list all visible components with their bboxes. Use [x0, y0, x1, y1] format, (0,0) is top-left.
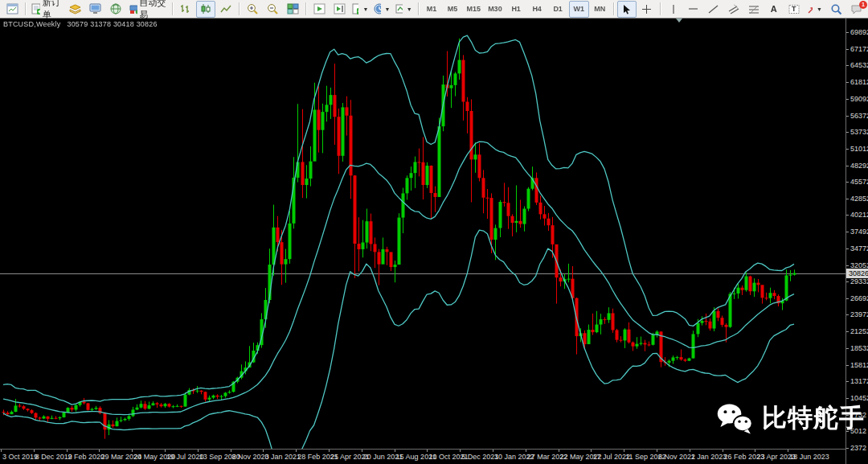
price-tick-label: 51012: [850, 146, 868, 153]
cursor-tool[interactable]: [617, 1, 637, 18]
date-label: 3 Jan 2021: [264, 453, 301, 461]
new-order-button[interactable]: 新订单: [29, 1, 65, 18]
time-tick: [132, 450, 133, 452]
chart-title: BTCUSD,Weekly30579 31378 30418 30826: [3, 20, 164, 28]
time-tick: [591, 450, 592, 452]
price-tick-label: 61812: [850, 79, 868, 86]
autotrading-button[interactable]: 自动交易: [126, 1, 169, 18]
time-tick: [460, 450, 461, 452]
price-tick-label: 37492: [850, 228, 868, 236]
channel-tool[interactable]: [724, 1, 743, 18]
tile-windows-button[interactable]: [283, 1, 302, 18]
history-layers-icon[interactable]: [66, 1, 85, 18]
timeframe-m30[interactable]: M30: [485, 1, 506, 18]
fibonacci-tool[interactable]: [744, 1, 764, 18]
price-tick-label: 18532: [850, 345, 868, 352]
candlestick-chart-type-button[interactable]: [196, 1, 215, 18]
time-axis[interactable]: 3 Oct 20198 Dec 20192 Feb 202029 Mar 202…: [0, 449, 845, 464]
timeframe-h1[interactable]: H1: [506, 1, 526, 18]
price-tick-label: 15812: [850, 362, 868, 369]
auto-scroll-button[interactable]: [309, 1, 329, 18]
trendline-tool[interactable]: [704, 1, 723, 18]
zoom-in-button[interactable]: [243, 1, 262, 18]
time-tick: [198, 450, 199, 452]
price-tick-label: 42852: [850, 195, 868, 203]
toolbar-separator: [172, 2, 173, 15]
time-tick: [34, 450, 35, 452]
price-tick-label: 29332: [850, 278, 868, 285]
template-dropdown[interactable]: ▼: [393, 1, 414, 18]
date-label: 5 Dec 2021: [461, 453, 498, 461]
timeframe-m5[interactable]: M5: [443, 1, 463, 18]
text-label-tool[interactable]: T: [784, 1, 804, 18]
time-tick: [296, 450, 297, 452]
toolbar-separator: [418, 2, 419, 15]
watermark: 比特舵手: [715, 401, 865, 435]
price-tick-label: 59092: [850, 96, 868, 103]
dropdown-arrow-icon: ▼: [407, 6, 412, 12]
new-order-label: 新订单: [43, 0, 63, 21]
timeframe-m1[interactable]: M1: [422, 1, 442, 18]
time-tick: [329, 450, 330, 452]
toolbar-separator: [613, 2, 614, 15]
price-tick-label: 2372: [850, 445, 866, 452]
time-tick: [755, 450, 755, 452]
price-tick-label: 23972: [850, 311, 868, 318]
time-tick: [427, 450, 428, 452]
chart-ohlc-values: 30579 31378 30418 30826: [67, 20, 157, 28]
date-label: 18 Jun 2023: [789, 453, 829, 461]
line-chart-type-button[interactable]: [216, 1, 235, 18]
mt4-window: 新订单 自动交易: [0, 0, 868, 464]
price-tick-label: 69892: [850, 29, 868, 36]
dropdown-arrow-icon: ▼: [362, 6, 368, 12]
timeframe-h4[interactable]: H4: [527, 1, 547, 18]
date-label: 2 Feb 2020: [68, 453, 105, 461]
date-label: 1 Jan 2023: [691, 453, 727, 461]
dropdown-arrow-icon: ▼: [817, 6, 822, 12]
price-tick-label: 21252: [850, 328, 868, 335]
time-tick: [1, 450, 2, 452]
search-icon[interactable]: [826, 1, 845, 18]
time-tick: [231, 450, 231, 452]
globe-icon[interactable]: [106, 1, 125, 18]
price-tick-label: 48292: [850, 162, 868, 170]
timeframe-m15[interactable]: M15: [464, 1, 485, 18]
vertical-line-tool[interactable]: [664, 1, 683, 18]
chart-shift-button[interactable]: [330, 1, 349, 18]
price-tick-label: 56372: [850, 113, 868, 120]
autotrading-label: 自动交易: [140, 0, 167, 21]
chart-window-icon[interactable]: [2, 1, 22, 18]
wechat-icon: [715, 402, 754, 434]
chart-symbol-period: BTCUSD,Weekly: [3, 20, 60, 28]
time-tick: [165, 450, 166, 452]
price-tick-label: 64532: [850, 62, 868, 69]
date-label: 17 Jul 2022: [592, 453, 630, 461]
bar-chart-type-button[interactable]: [176, 1, 195, 18]
date-label: 19 Jul 2020: [166, 453, 204, 461]
horizontal-line-tool[interactable]: [684, 1, 703, 18]
date-label: 8 Nov 2020: [232, 453, 269, 461]
toolbar-separator: [25, 2, 26, 15]
zoom-out-button[interactable]: [263, 1, 282, 18]
toolbar-separator: [305, 2, 306, 15]
new-chart-dropdown[interactable]: ▼: [350, 1, 371, 18]
time-tick: [362, 450, 362, 452]
period-dropdown[interactable]: ▼: [371, 1, 392, 18]
arrows-tool-dropdown[interactable]: ▼: [805, 1, 825, 18]
date-label: 8 Dec 2019: [35, 453, 72, 461]
terminal-monitor-icon[interactable]: [86, 1, 105, 18]
price-tick-label: 40212: [850, 211, 868, 219]
timeframe-group: M1M5M15M30H1H4D1W1MN: [422, 1, 610, 18]
date-label: 3 Oct 2019: [2, 453, 38, 461]
time-tick: [788, 450, 788, 452]
notification-icon[interactable]: 1: [846, 1, 866, 18]
timeframe-mn[interactable]: MN: [590, 1, 610, 18]
text-label-tool-letter: T: [792, 5, 796, 13]
text-tool[interactable]: A: [764, 1, 784, 18]
timeframe-d1[interactable]: D1: [548, 1, 568, 18]
price-axis[interactable]: 30826 6989267172645326181259092563725373…: [845, 18, 868, 464]
candlestick-chart[interactable]: [0, 18, 845, 449]
timeframe-w1[interactable]: W1: [569, 1, 589, 18]
time-tick: [657, 450, 657, 452]
crosshair-tool[interactable]: [637, 1, 657, 18]
